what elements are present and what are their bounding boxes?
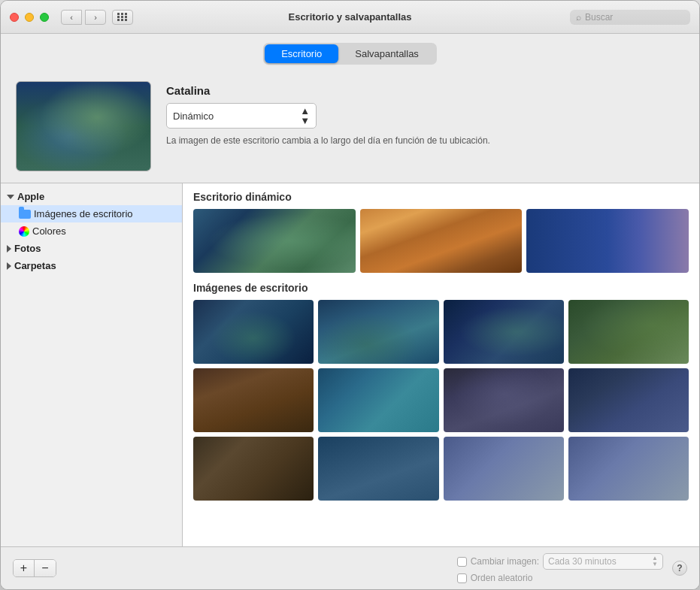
wallpaper-description: La imagen de este escritorio cambia a lo… <box>166 135 572 147</box>
wallpaper-name: Catalina <box>166 84 684 97</box>
tab-salvapantallas[interactable]: Salvapantallas <box>338 44 435 63</box>
sidebar: Apple Imágenes de escritorio Colores Fot… <box>1 183 183 546</box>
dropdown-arrows-icon: ▲ ▼ <box>300 106 310 126</box>
navigation-buttons: ‹ › <box>61 10 106 25</box>
bottom-checkboxes: Cambiar imagen: Cada 30 minutos ▲ ▼ Orde… <box>457 553 663 583</box>
sidebar-child-label-colores: Colores <box>32 225 66 237</box>
dropdown-value: Dinámico <box>173 110 214 122</box>
random-order-row: Orden aleatorio <box>457 573 663 583</box>
random-order-label: Orden aleatorio <box>471 573 533 583</box>
sidebar-item-imagenes-escritorio[interactable]: Imágenes de escritorio <box>1 205 182 222</box>
change-image-label: Cambiar imagen: <box>471 556 539 567</box>
interval-value: Cada 30 minutos <box>548 556 644 567</box>
preview-image <box>16 81 151 171</box>
search-bar[interactable]: ⌕ Buscar <box>570 10 690 25</box>
search-placeholder: Buscar <box>585 12 613 23</box>
color-wheel-icon <box>19 226 29 237</box>
add-remove-buttons: + − <box>13 559 56 577</box>
forward-button[interactable]: › <box>85 10 106 25</box>
wallpaper-gallery: Escritorio dinámico Imágenes de escritor… <box>183 183 699 546</box>
dynamic-section-title: Escritorio dinámico <box>193 191 689 203</box>
thumb-catalina-day[interactable] <box>193 209 356 273</box>
dynamic-section: Escritorio dinámico <box>193 191 689 273</box>
sidebar-item-carpetas[interactable]: Carpetas <box>1 257 182 274</box>
interval-dropdown[interactable]: Cada 30 minutos ▲ ▼ <box>543 553 663 570</box>
expand-icon <box>7 195 14 199</box>
thumb-cat-partial3[interactable] <box>444 437 564 501</box>
sidebar-item-colores[interactable]: Colores <box>1 222 182 240</box>
bottom-right-controls: Cambiar imagen: Cada 30 minutos ▲ ▼ Orde… <box>457 553 687 583</box>
thumb-cat4[interactable] <box>568 300 689 364</box>
preview-section: Catalina Dinámico ▲ ▼ La imagen de este … <box>1 74 699 183</box>
main-window: ‹ › Escritorio y salvapantallas ⌕ Buscar… <box>0 0 700 590</box>
desktop-images-section: Imágenes de escritorio <box>193 282 689 501</box>
titlebar: ‹ › Escritorio y salvapantallas ⌕ Buscar <box>1 1 699 34</box>
sidebar-item-fotos[interactable]: Fotos <box>1 240 182 257</box>
thumb-cat-partial4[interactable] <box>568 437 689 501</box>
tab-bar: Escritorio Salvapantallas <box>1 34 699 74</box>
interval-dropdown-arrows-icon: ▲ ▼ <box>652 555 658 567</box>
random-order-checkbox[interactable] <box>457 573 467 583</box>
thumb-cat-partial1[interactable] <box>193 437 314 501</box>
help-button[interactable]: ? <box>672 561 687 576</box>
sidebar-item-apple[interactable]: Apple <box>1 188 182 205</box>
close-button[interactable] <box>10 13 19 22</box>
sidebar-fotos-label: Fotos <box>14 243 41 254</box>
app-grid-button[interactable] <box>112 10 133 25</box>
add-icon: + <box>20 561 27 575</box>
thumb-cat7[interactable] <box>444 368 564 432</box>
maximize-button[interactable] <box>40 13 49 22</box>
thumb-cat6[interactable] <box>318 368 438 432</box>
preview-info: Catalina Dinámico ▲ ▼ La imagen de este … <box>166 81 684 147</box>
thumb-cat2[interactable] <box>318 300 438 364</box>
dynamic-row <box>193 209 689 273</box>
forward-icon: › <box>94 13 97 22</box>
traffic-lights <box>10 13 49 22</box>
desktop-row-2 <box>193 368 689 432</box>
desktop-images-section-title: Imágenes de escritorio <box>193 282 689 294</box>
tab-escritorio[interactable]: Escritorio <box>265 44 338 63</box>
remove-icon: − <box>41 561 48 575</box>
change-image-row: Cambiar imagen: Cada 30 minutos ▲ ▼ <box>457 553 663 570</box>
thumb-cat1[interactable] <box>193 300 314 364</box>
search-icon: ⌕ <box>576 12 581 23</box>
sidebar-carpetas-label: Carpetas <box>14 260 56 271</box>
change-image-checkbox[interactable] <box>457 557 467 567</box>
add-button[interactable]: + <box>14 560 35 576</box>
preview-image-inner <box>17 82 150 171</box>
sidebar-child-label: Imágenes de escritorio <box>34 208 133 219</box>
bottom-bar: + − Cambiar imagen: Cada 30 minutos ▲ ▼ <box>1 546 699 589</box>
thumb-cat-partial2[interactable] <box>318 437 438 501</box>
thumb-mojave-day[interactable] <box>360 209 523 273</box>
desktop-row-3 <box>193 437 689 501</box>
folder-icon <box>19 210 31 219</box>
thumb-big-sur[interactable] <box>526 209 689 273</box>
desktop-row-1 <box>193 300 689 364</box>
back-icon: ‹ <box>70 13 73 22</box>
help-icon: ? <box>677 563 682 573</box>
back-button[interactable]: ‹ <box>61 10 82 25</box>
thumb-cat3[interactable] <box>444 300 564 364</box>
collapsed-icon <box>7 245 11 253</box>
collapsed-icon-2 <box>7 262 11 270</box>
window-title: Escritorio y salvapantallas <box>288 11 411 23</box>
remove-button[interactable]: − <box>35 560 56 576</box>
minimize-button[interactable] <box>25 13 34 22</box>
sidebar-group-label: Apple <box>17 191 44 202</box>
style-dropdown[interactable]: Dinámico ▲ ▼ <box>166 103 317 129</box>
thumb-cat5[interactable] <box>193 368 314 432</box>
tab-group: Escritorio Salvapantallas <box>263 43 437 65</box>
grid-icon <box>117 13 128 21</box>
thumb-cat8[interactable] <box>568 368 689 432</box>
main-panels: Apple Imágenes de escritorio Colores Fot… <box>1 183 699 546</box>
